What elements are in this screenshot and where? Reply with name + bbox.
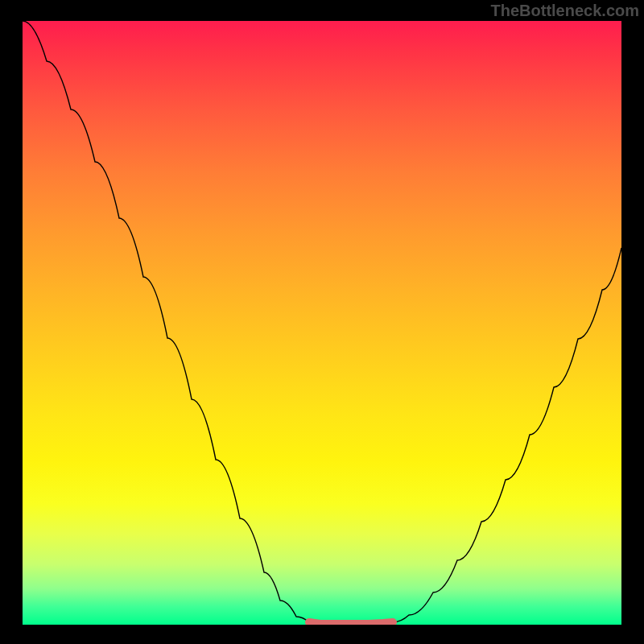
curves-svg bbox=[23, 21, 621, 625]
left-curve bbox=[23, 21, 309, 622]
chart-frame: TheBottleneck.com bbox=[0, 0, 644, 644]
right-curve bbox=[393, 248, 621, 622]
plot-area bbox=[23, 21, 621, 625]
watermark-text: TheBottleneck.com bbox=[491, 2, 639, 20]
flat-red-segment bbox=[309, 622, 393, 624]
